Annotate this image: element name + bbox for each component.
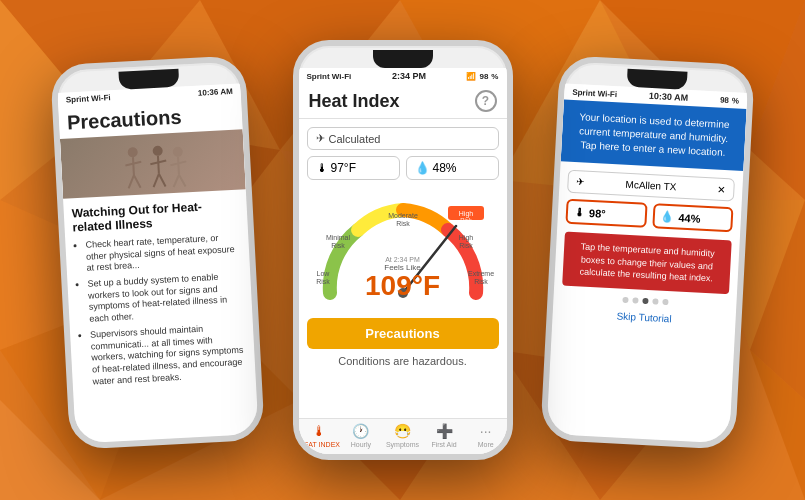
svg-text:Minimal: Minimal [325,234,350,241]
svg-line-28 [158,174,165,187]
nav-more[interactable]: ··· More [465,423,507,448]
precautions-image [60,129,246,198]
svg-point-29 [172,147,183,158]
location-banner[interactable]: Your location is used to determine curre… [561,99,747,170]
svg-text:Risk: Risk [331,242,345,249]
humidity-icon: 💧 [415,161,430,175]
left-phone-title: Precautions [66,103,234,135]
first-aid-icon: ➕ [436,423,453,439]
left-phone-screen: Sprint Wi-Fi 10:36 AM Precautions [58,83,259,443]
svg-text:Risk: Risk [459,242,473,249]
svg-line-22 [127,175,134,188]
right-humidity-input[interactable]: 💧 44% [652,203,734,232]
hourly-icon: 🕐 [352,423,369,439]
nav-hourly[interactable]: 🕐 Hourly [340,423,382,448]
dot-5 [662,299,668,305]
symptoms-icon: 😷 [394,423,411,439]
nav-first-aid-label: First Aid [431,441,456,448]
nav-symptoms[interactable]: 😷 Symptoms [382,423,424,448]
center-phone-screen: Sprint Wi-Fi 2:34 PM 📶 98% Heat Index ? … [299,68,507,454]
svg-line-25 [157,156,158,174]
temperature-input[interactable]: 🌡 97°F [307,156,400,180]
precautions-button[interactable]: Precautions [307,318,499,349]
center-battery: 📶 98% [466,72,498,81]
right-phone: Sprint Wi-Fi 10:30 AM 98% Your location … [540,55,755,450]
right-humidity-value: 44% [678,211,701,224]
left-phone-notch [118,69,179,90]
clear-icon[interactable]: ✕ [717,184,726,195]
left-bullet-1: Check heart rate, temperature, or other … [85,232,242,275]
svg-text:Risk: Risk [316,278,330,285]
right-phone-content: Your location is used to determine curre… [546,99,746,443]
workers-illustration [112,137,195,191]
feels-temp: 109°F [365,270,440,301]
center-phone-body: ✈ Calculated 🌡 97°F 💧 48% [299,119,507,418]
right-phone-screen: Sprint Wi-Fi 10:30 AM 98% Your location … [546,83,747,443]
center-carrier: Sprint Wi-Fi [307,72,352,81]
dot-1 [622,297,628,303]
right-temperature-input[interactable]: 🌡 98° [565,199,647,228]
svg-line-20 [132,157,133,175]
more-icon: ··· [480,423,492,439]
temp-humidity-row: 🌡 98° 💧 44% [565,199,733,233]
nav-more-label: More [478,441,494,448]
mode-selector[interactable]: ✈ Calculated [307,127,499,150]
dot-4 [652,298,658,304]
svg-text:Low: Low [316,270,330,277]
svg-text:Moderate: Moderate [388,212,418,219]
help-button[interactable]: ? [475,90,497,112]
conditions-text: Conditions are hazardous. [307,355,499,367]
mode-label: Calculated [329,133,381,145]
svg-line-33 [178,174,185,186]
right-phone-notch [626,69,687,90]
right-battery: 98% [720,95,739,105]
right-time: 10:30 AM [649,91,689,103]
left-bullet-list: Check heart rate, temperature, or other … [73,232,248,389]
right-humidity-icon: 💧 [660,210,675,224]
humidity-value: 48% [433,161,457,175]
svg-text:Extreme: Extreme [467,270,493,277]
heat-gauge: Low Risk Minimal Risk Moderate Risk High… [307,188,499,318]
svg-line-27 [152,174,159,187]
location-section: ✈ McAllen TX ✕ 🌡 98° 💧 44% [557,161,743,240]
svg-text:Risk: Risk [474,278,488,285]
bottom-navigation: 🌡 HEAT INDEX 🕐 Hourly 😷 Symptoms ➕ First… [299,418,507,454]
nav-symptoms-label: Symptoms [386,441,419,448]
dot-2 [632,297,638,303]
svg-text:Risk: Risk [460,217,473,223]
svg-text:Risk: Risk [396,220,410,227]
left-bullet-3: Supervisors should maintain communicati.… [90,321,248,387]
svg-line-23 [133,175,140,188]
tutorial-banner: Tap the temperature and humidity boxes t… [562,232,732,294]
svg-text:High: High [458,234,473,242]
center-phone: Sprint Wi-Fi 2:34 PM 📶 98% Heat Index ? … [293,40,513,460]
feels-like-display: At 2:34 PM Feels Like 109°F [365,256,440,300]
nav-heat-index[interactable]: 🌡 HEAT INDEX [299,423,341,448]
right-temp-value: 98° [589,206,606,219]
center-phone-title: Heat Index [309,91,400,112]
svg-line-30 [178,157,179,175]
location-icon: ✈ [576,176,585,187]
dot-3 [642,298,648,304]
location-input[interactable]: ✈ McAllen TX ✕ [567,170,735,202]
nav-hourly-label: Hourly [351,441,371,448]
svg-line-32 [172,175,179,187]
location-value: McAllen TX [625,179,676,193]
center-phone-header: Heat Index ? [299,84,507,119]
humidity-input[interactable]: 💧 48% [406,156,499,180]
left-time: 10:36 AM [198,87,233,98]
left-content-title: Watching Out for Heat-related Illness [71,198,239,235]
temp-value: 97°F [331,161,356,175]
left-phone-content: Watching Out for Heat-related Illness Ch… [63,189,259,443]
phones-container: Sprint Wi-Fi 10:36 AM Precautions [0,0,805,500]
left-carrier: Sprint Wi-Fi [66,93,111,104]
thermometer-icon: 🌡 [316,161,328,175]
svg-point-19 [127,147,138,158]
nav-first-aid[interactable]: ➕ First Aid [423,423,465,448]
right-thermometer-icon: 🌡 [574,206,586,219]
svg-point-24 [152,146,163,157]
center-time: 2:34 PM [392,71,426,81]
left-bullet-2: Set up a buddy system to enable workers … [87,271,244,326]
navigation-icon: ✈ [316,132,325,145]
center-phone-notch [373,50,433,68]
